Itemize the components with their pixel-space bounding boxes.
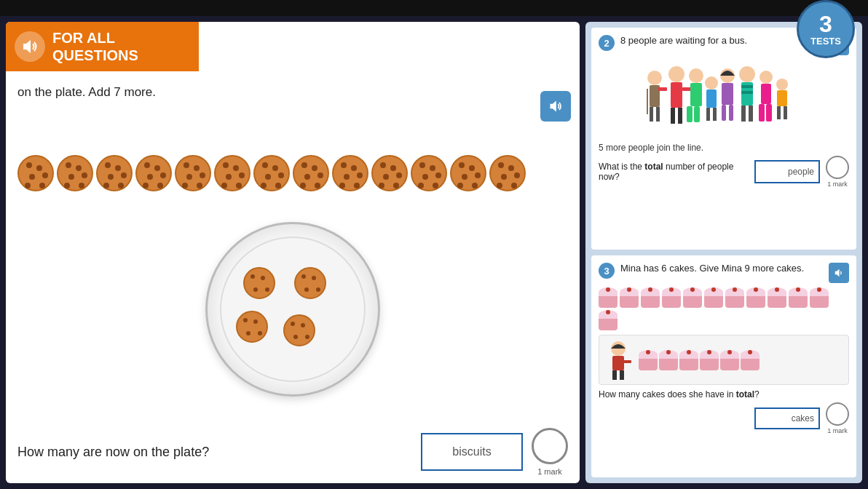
mina-cake-5: [720, 350, 739, 370]
q3-text: Mina has 6 cakes. Give Mina 9 more cakes…: [620, 263, 823, 274]
cookies-row: [6, 149, 580, 197]
people-image: [599, 60, 849, 140]
mark-circle: [532, 428, 568, 464]
svg-point-14: [689, 68, 703, 83]
svg-rect-34: [759, 104, 765, 122]
main-content: FOR ALL QUESTIONS on the plate. Add 7 mo…: [0, 16, 868, 489]
svg-rect-38: [777, 106, 781, 119]
cookie-2: [57, 155, 93, 191]
svg-rect-11: [678, 108, 682, 124]
cookie-13: [489, 155, 526, 191]
cake-12: [599, 310, 618, 330]
mina-cake-4: [700, 350, 719, 370]
speaker-button-left[interactable]: [540, 91, 571, 122]
mina-figure: [604, 340, 633, 380]
people-svg: [644, 60, 804, 140]
question-3-card: 3 Mina has 6 cakes. Give Mina 9 more cak…: [591, 255, 856, 477]
svg-rect-10: [671, 108, 675, 124]
svg-rect-6: [656, 107, 660, 122]
svg-rect-29: [741, 91, 753, 94]
svg-rect-25: [729, 105, 733, 121]
svg-rect-20: [706, 108, 710, 121]
bottom-row: How many are now on the plate? biscuits …: [6, 421, 580, 483]
tests-label: TESTS: [810, 36, 841, 47]
mark-label: 1 mark: [537, 467, 562, 476]
svg-rect-9: [671, 82, 682, 108]
svg-rect-23: [722, 83, 733, 105]
svg-rect-21: [713, 108, 717, 121]
q2-number: 2: [599, 35, 615, 51]
svg-rect-37: [777, 90, 787, 106]
cookie-5: [175, 155, 211, 191]
cookie-10: [371, 155, 408, 191]
svg-rect-17: [694, 106, 700, 122]
q3-answer-input[interactable]: cakes: [754, 408, 820, 429]
cake-11: [810, 287, 829, 308]
mina-cake-3: [679, 350, 698, 370]
banner-line2: QUESTIONS: [52, 47, 138, 64]
svg-rect-5: [650, 107, 653, 122]
speaker-icon: [21, 38, 39, 55]
q2-mark-label: 1 mark: [827, 180, 848, 188]
svg-point-8: [668, 66, 684, 82]
q3-number: 3: [599, 263, 615, 279]
right-panel: 3 TESTS 2 8 people are waiting for a bus…: [585, 22, 862, 483]
cookie-12: [450, 155, 486, 191]
cookie-6: [214, 155, 250, 191]
svg-rect-33: [761, 84, 771, 104]
q2-answer-text: What is the total number of people now?: [599, 162, 749, 182]
svg-rect-39: [784, 106, 787, 119]
cake-3: [641, 287, 660, 308]
cakes-row: [599, 287, 849, 330]
svg-rect-31: [749, 106, 753, 122]
cake-7: [725, 287, 744, 308]
q2-answer-input[interactable]: people: [754, 160, 820, 183]
plate-cookie-3: [236, 311, 268, 343]
mina-cake-1: [639, 350, 658, 370]
svg-marker-1: [551, 101, 556, 112]
svg-rect-13: [658, 87, 667, 91]
cake-6: [704, 287, 723, 308]
svg-rect-44: [620, 370, 624, 380]
svg-point-32: [760, 71, 773, 84]
cake-2: [620, 287, 639, 308]
svg-rect-19: [706, 90, 717, 108]
mina-cake-2: [659, 350, 678, 370]
svg-rect-24: [722, 105, 726, 121]
top-bar: [0, 0, 868, 16]
answer-placeholder: biscuits: [452, 445, 491, 458]
plate-inner: [220, 236, 366, 382]
q2-mark-area: 1 mark: [826, 156, 849, 188]
svg-point-18: [705, 76, 718, 90]
cookie-8: [293, 155, 329, 191]
mina-cake-6: [741, 350, 760, 370]
cake-1: [599, 287, 618, 308]
cookie-11: [411, 155, 447, 191]
speaker-icon-q3: [834, 268, 844, 278]
answer-box[interactable]: biscuits: [421, 433, 523, 471]
cake-10: [789, 287, 808, 308]
cookie-1: [17, 155, 54, 191]
mark-area: 1 mark: [532, 428, 568, 476]
plate: [205, 222, 380, 397]
speaker-icon-banner[interactable]: [15, 31, 45, 62]
q2-answer-row: What is the total number of people now? …: [599, 156, 849, 188]
svg-rect-43: [612, 370, 617, 380]
tests-badge: 3 TESTS: [797, 0, 855, 58]
q3-answer-unit: cakes: [792, 413, 814, 424]
q3-how-many-text: How many cakes does she have in total?: [599, 389, 849, 399]
cookie-4: [135, 155, 172, 191]
q3-mark-label: 1 mark: [827, 427, 848, 434]
mina-box: [599, 335, 849, 385]
how-many-text: How many are now on the plate?: [17, 445, 412, 460]
svg-rect-16: [687, 106, 693, 122]
cookie-7: [253, 155, 290, 191]
svg-point-3: [647, 71, 662, 85]
svg-rect-4: [650, 85, 660, 107]
for-all-banner: FOR ALL QUESTIONS: [6, 22, 199, 71]
svg-rect-12: [682, 87, 691, 91]
svg-rect-35: [766, 104, 772, 122]
question-text: on the plate. Add 7 more.: [6, 76, 580, 106]
speaker-button-q3[interactable]: [829, 263, 849, 283]
cookie-9: [332, 155, 368, 191]
